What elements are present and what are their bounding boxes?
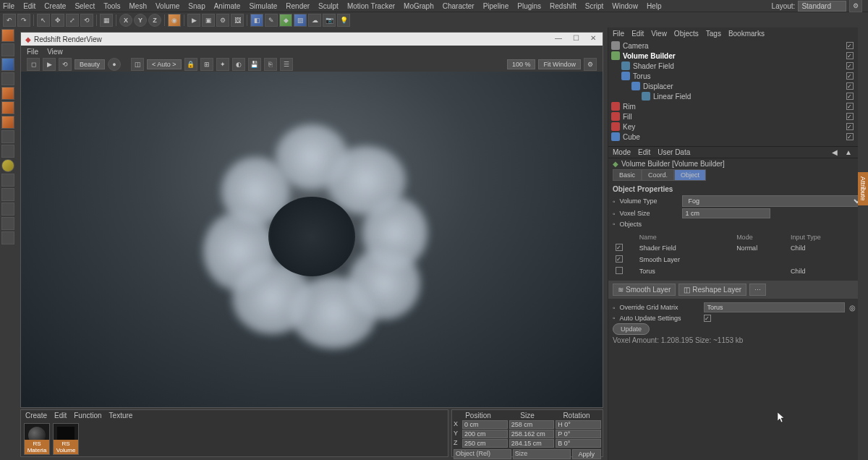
tree-label[interactable]: Camera — [623, 42, 732, 50]
menu-plugins[interactable]: Plugins — [517, 2, 541, 10]
mat-menu-create[interactable]: Create — [25, 412, 47, 419]
menu-pipeline[interactable]: Pipeline — [483, 2, 509, 10]
light-button[interactable]: 💡 — [337, 14, 350, 27]
close-button[interactable]: ✕ — [588, 34, 598, 44]
coord-z-pos[interactable] — [462, 439, 508, 448]
visibility-toggle[interactable] — [846, 62, 854, 69]
tree-row-key[interactable]: Key — [611, 122, 865, 132]
row-mode[interactable]: Normal — [735, 243, 788, 253]
menu-motion-tracker[interactable]: Motion Tracker — [347, 2, 395, 10]
attr-object-row[interactable]: Shader Field Normal Child — [614, 243, 862, 253]
coord-size-mode[interactable]: Size — [513, 449, 571, 459]
tree-row-torus[interactable]: Torus — [611, 71, 865, 81]
tree-row-rim[interactable]: Rim — [611, 101, 865, 111]
coord-x-pos[interactable] — [462, 420, 508, 429]
lock-workplane-button[interactable] — [1, 217, 14, 230]
tweak-mode-button[interactable] — [1, 145, 14, 158]
obj-menu-file[interactable]: File — [613, 30, 624, 38]
rw-crop-icon[interactable]: ◫ — [131, 58, 144, 71]
y-axis-toggle[interactable]: Y — [134, 14, 147, 27]
attr-nav-up-icon[interactable]: ▲ — [845, 148, 852, 156]
coord-z-rot[interactable] — [556, 439, 601, 448]
render-settings-button[interactable]: ⚙ — [216, 14, 229, 27]
coord-y-rot[interactable] — [556, 430, 601, 438]
rw-zoom-field[interactable]: 100 % — [507, 59, 536, 69]
mat-menu-function[interactable]: Function — [74, 412, 101, 419]
rw-grid-icon[interactable]: ⊞ — [200, 58, 213, 71]
smooth-layer-button[interactable]: ≋Smooth Layer — [613, 284, 676, 296]
attr-tab-basic[interactable]: Basic — [613, 169, 642, 181]
redo-button[interactable]: ↷ — [17, 14, 30, 27]
coord-x-size[interactable] — [509, 420, 555, 429]
point-mode-button[interactable] — [1, 87, 14, 100]
row-checkbox[interactable] — [616, 244, 623, 251]
render-region-button[interactable]: ▣ — [202, 14, 215, 27]
menu-volume[interactable]: Volume — [156, 2, 179, 10]
rw-lock-icon[interactable]: 🔒 — [184, 58, 197, 71]
tree-label[interactable]: Fill — [623, 113, 732, 121]
menu-edit[interactable]: Edit — [23, 2, 35, 10]
undo-button[interactable]: ↶ — [3, 14, 16, 27]
rotate-tool[interactable]: ⟲ — [80, 14, 93, 27]
tree-label[interactable]: Key — [623, 123, 732, 131]
rw-settings-icon[interactable]: ⚙ — [584, 58, 597, 71]
rw-copy-icon[interactable]: ⎘ — [264, 58, 277, 71]
maximize-button[interactable]: ☐ — [571, 34, 581, 44]
menu-script[interactable]: Script — [585, 2, 604, 10]
obj-menu-bookmarks[interactable]: Bookmarks — [728, 30, 765, 38]
planar-workplane-button[interactable] — [1, 231, 14, 244]
coord-y-size[interactable] — [509, 430, 555, 438]
menu-mograph[interactable]: MoGraph — [404, 2, 434, 10]
obj-menu-view[interactable]: View — [651, 30, 667, 38]
polygon-mode-button[interactable] — [1, 116, 14, 129]
x-axis-toggle[interactable]: X — [119, 14, 132, 27]
override-grid-pick-icon[interactable]: ◎ — [849, 304, 856, 312]
visibility-toggle[interactable] — [846, 103, 854, 110]
tree-row-linear-field[interactable]: Linear Field — [611, 91, 865, 101]
primitive-cube-button[interactable]: ◧ — [250, 14, 263, 27]
tree-label[interactable]: Rim — [623, 103, 732, 111]
rw-snapshot-icon[interactable]: ✦ — [216, 58, 229, 71]
workplane-snap-button[interactable] — [1, 203, 14, 216]
tree-row-shader-field[interactable]: Shader Field — [611, 61, 865, 71]
make-editable-button[interactable] — [1, 29, 14, 42]
render-viewport[interactable] — [21, 72, 603, 407]
environment-button[interactable]: ☁ — [308, 14, 321, 27]
material-swatch-0[interactable]: RS Materia — [24, 423, 50, 455]
reshape-layer-button[interactable]: ◫Reshape Layer — [678, 284, 746, 296]
tree-label[interactable]: Torus — [633, 72, 737, 80]
model-mode-button[interactable] — [1, 43, 14, 56]
recent-tool[interactable]: ▦ — [100, 14, 113, 27]
tree-row-fill[interactable]: Fill — [611, 111, 865, 122]
tree-row-displacer[interactable]: Displacer — [611, 81, 865, 91]
rw-save-icon[interactable]: 💾 — [248, 58, 261, 71]
select-tool[interactable]: ↖ — [37, 14, 50, 27]
visibility-toggle[interactable] — [846, 113, 854, 120]
obj-menu-objects[interactable]: Objects — [674, 30, 699, 38]
z-axis-toggle[interactable]: Z — [148, 14, 161, 27]
rw-compare-icon[interactable]: ◐ — [232, 58, 245, 71]
menu-redshift[interactable]: Redshift — [550, 2, 576, 10]
visibility-toggle[interactable] — [846, 82, 854, 90]
obj-menu-edit[interactable]: Edit — [631, 30, 644, 38]
auto-update-checkbox[interactable] — [704, 315, 711, 322]
visibility-toggle[interactable] — [846, 123, 854, 130]
scale-tool[interactable]: ⤢ — [66, 14, 79, 27]
row-checkbox[interactable] — [616, 255, 623, 263]
attr-object-row[interactable]: Torus Child — [614, 266, 862, 276]
layout-dropdown[interactable]: Standard — [798, 1, 846, 12]
camera-button[interactable]: 📷 — [323, 14, 336, 27]
visibility-toggle[interactable] — [846, 133, 854, 140]
coord-x-rot[interactable] — [556, 420, 601, 429]
override-grid-input[interactable] — [704, 302, 845, 312]
rw-bucket-icon[interactable]: ● — [108, 58, 121, 71]
visibility-toggle[interactable] — [846, 72, 854, 80]
attr-menu-userdata[interactable]: User Data — [658, 148, 690, 156]
rw-refresh-button[interactable]: ⟲ — [59, 58, 72, 71]
visibility-toggle[interactable] — [846, 42, 854, 49]
deformer-button[interactable]: ▨ — [294, 14, 307, 27]
attr-tab-coord[interactable]: Coord. — [642, 169, 674, 181]
menu-select[interactable]: Select — [75, 2, 95, 10]
rw-menu-view[interactable]: View — [47, 48, 63, 56]
mat-menu-edit[interactable]: Edit — [54, 412, 67, 419]
